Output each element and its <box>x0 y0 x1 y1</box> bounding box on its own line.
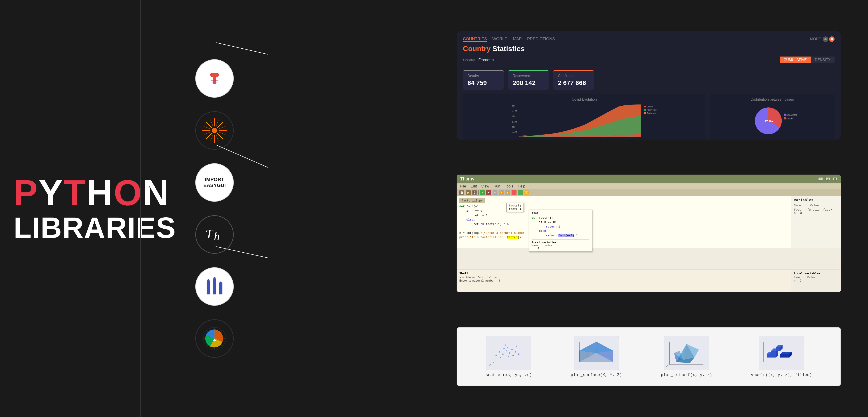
variables-title: Variables <box>794 198 838 202</box>
popup-content: fact(2) <box>509 207 521 211</box>
plot-trisurf: plot_trisurf(x, y, z) <box>661 336 712 377</box>
cum-den-toggle: CUMULATIVE DENSITY <box>780 57 835 63</box>
chart-title: Covid Evolution <box>466 97 702 101</box>
thorny-titlebar: Thorny − □ ✕ <box>457 175 841 183</box>
svg-text:h: h <box>214 230 220 243</box>
covid-chart-svg: 3M 2.5M 2M 1.5M 1M 0.5M <box>466 103 702 137</box>
menu-help[interactable]: Help <box>518 184 525 188</box>
svg-text:Deaths: Deaths <box>647 106 653 108</box>
toolbar-icon-emoji[interactable]: 😊 <box>524 190 529 195</box>
toolbar-stop[interactable]: ■ <box>486 190 491 195</box>
svg-text:2.5M: 2.5M <box>512 110 517 112</box>
menu-edit[interactable]: Edit <box>471 184 477 188</box>
trisurf-label: plot_trisurf(x, y, z) <box>661 373 712 377</box>
svg-point-78 <box>508 356 509 357</box>
svg-text:Deaths: Deaths <box>786 118 794 120</box>
density-button[interactable]: DENSITY <box>811 57 835 63</box>
left-panel: PYTHON LIBRARIES <box>0 0 140 417</box>
close-button[interactable]: ✕ <box>833 177 837 180</box>
var-value-n: 3 <box>800 211 802 215</box>
svg-point-79 <box>504 345 506 346</box>
cumulative-button[interactable]: CUMULATIVE <box>780 57 811 63</box>
local-vars-panel: Local variables Name Value n 3 <box>791 270 841 292</box>
svg-text:1M: 1M <box>512 126 515 129</box>
tab-world[interactable]: WORLD <box>492 37 507 42</box>
svg-text:3M: 3M <box>512 105 515 107</box>
dark-mode-btn[interactable] <box>823 36 828 42</box>
svg-text:Jul 2020: Jul 2020 <box>575 135 583 137</box>
svg-rect-25 <box>207 281 210 288</box>
var-row-fact: fact <function fact> <box>794 208 838 211</box>
toolbar-run[interactable]: ▶ <box>480 190 485 195</box>
toolbar-debug-3[interactable]: ⏫ <box>505 190 510 195</box>
recovered-label: Recovered <box>513 74 544 78</box>
variables-panel: Variables Name Value fact <function fact… <box>791 196 841 248</box>
svg-point-66 <box>499 351 500 353</box>
thorny-main: factorial.py def fact(n): if n == 0: ret… <box>457 196 841 248</box>
cards-column: COUNTRIES WORLD MAP PREDICTIONS MODE <box>457 18 841 399</box>
thorny-toolbar: 📄 📁 💾 ▶ ■ ⏭ ⏬ ⏫ 😊 <box>457 189 841 196</box>
stats-row: Deaths 64 759 Recovered 200 142 Confirme… <box>463 70 835 90</box>
tab-map[interactable]: MAP <box>513 37 522 42</box>
fact3-popup: fact(3) fact(2) <box>506 203 524 212</box>
confirmed-value: 2 677 666 <box>558 79 590 87</box>
svg-text:Recovered: Recovered <box>647 109 657 111</box>
title-country: Country <box>463 44 491 53</box>
thorny-menubar: File Edit View Run Tools Help <box>457 183 841 189</box>
minimize-button[interactable]: − <box>818 177 823 180</box>
svg-rect-29 <box>219 283 222 289</box>
maximize-button[interactable]: □ <box>826 177 830 180</box>
menu-view[interactable]: View <box>481 184 489 188</box>
toolbar-icon-1[interactable]: 📄 <box>459 190 464 195</box>
toolbar-icon-3[interactable]: 💾 <box>472 190 477 195</box>
svg-point-5 <box>212 128 217 133</box>
light-mode-btn[interactable] <box>829 36 835 42</box>
code-line-8: print("It's factorial is", fact(n)) <box>459 235 788 240</box>
svg-rect-64 <box>487 337 530 369</box>
recovered-stat: Recovered 200 142 <box>508 70 549 90</box>
file-tab[interactable]: factorial.py <box>459 198 485 203</box>
var-row-n: n 3 <box>794 211 838 215</box>
svg-point-70 <box>503 348 505 349</box>
toolbar-icon-red[interactable] <box>512 190 517 195</box>
code-line-4: else: <box>459 217 788 222</box>
menu-file[interactable]: File <box>460 184 466 188</box>
svg-text:Nov 2020: Nov 2020 <box>627 135 636 137</box>
country-value: France <box>478 58 490 62</box>
menu-tools[interactable]: Tools <box>505 184 513 188</box>
card-title: Country Statistics <box>463 44 835 53</box>
toolbar-debug-2[interactable]: ⏬ <box>499 190 504 195</box>
svg-point-73 <box>511 349 513 350</box>
svg-rect-60 <box>784 114 786 116</box>
var-name-fact: fact <box>794 208 801 211</box>
code-line-6 <box>459 226 788 231</box>
svg-text:T: T <box>206 227 214 241</box>
svg-line-0 <box>216 42 268 54</box>
local-n-name: n <box>794 279 796 282</box>
var-name-n: n <box>794 211 796 215</box>
icons-column: IMPORT EASYGUI T h <box>195 59 234 358</box>
svg-text:0.5M: 0.5M <box>512 131 517 133</box>
content-wrapper: IMPORT EASYGUI T h <box>150 9 859 408</box>
country-selector-label: Country <box>463 58 475 62</box>
plot-surface: plot_surface(X, Y, Z) <box>571 336 622 377</box>
nav-tabs: COUNTRIES WORLD MAP PREDICTIONS <box>463 37 555 42</box>
pie-chart-svg: 97.3% Recovered Deaths <box>745 103 800 137</box>
covid-evolution-chart: Covid Evolution 3M 2.5M 2M 1.5M 1M 0.5M <box>463 94 706 140</box>
dropdown-arrow[interactable]: ▾ <box>492 58 494 62</box>
scatter-label: scatter(xs, ys, zs) <box>486 373 532 377</box>
sunburst-icon <box>195 111 234 150</box>
toolbar-icon-2[interactable]: 📁 <box>466 190 471 195</box>
title-stats: Statistics <box>493 44 525 53</box>
toolbar-icon-green[interactable] <box>518 190 523 195</box>
svg-point-31 <box>213 277 216 279</box>
toolbar-debug-1[interactable]: ⏭ <box>493 190 498 195</box>
svg-rect-3 <box>213 76 216 84</box>
deaths-value: 64 759 <box>467 79 499 87</box>
taptools-icon <box>195 59 234 98</box>
tab-countries[interactable]: COUNTRIES <box>463 37 487 42</box>
menu-run[interactable]: Run <box>494 184 500 188</box>
shell-panel[interactable]: Shell >>> %debug factorial.py Enter a na… <box>457 270 791 292</box>
plotly-icon <box>195 267 234 306</box>
tab-predictions[interactable]: PREDICTIONS <box>527 37 555 42</box>
